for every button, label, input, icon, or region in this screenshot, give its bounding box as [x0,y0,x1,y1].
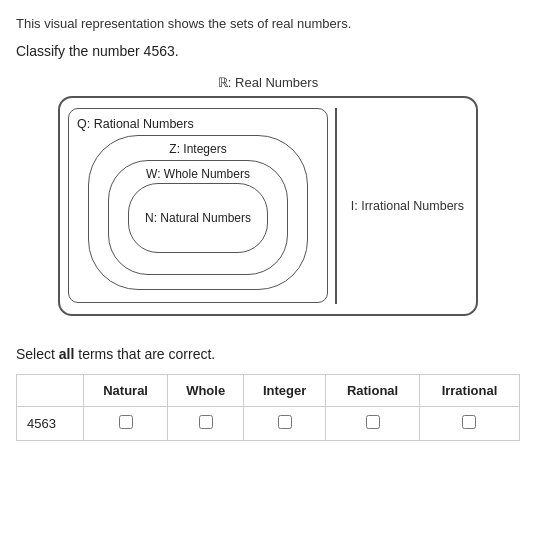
table-row: 4563 [17,407,520,441]
checkbox-whole[interactable] [199,415,213,429]
col-header-natural: Natural [83,375,167,407]
answer-table: Natural Whole Integer Rational Irrationa… [16,374,520,441]
integers-box: Z: Integers W: Whole Numbers N: Natural … [88,135,308,290]
checkbox-rational[interactable] [366,415,380,429]
cell-irrational [419,407,519,441]
cell-integer [244,407,326,441]
cell-natural [83,407,167,441]
venn-diagram: ℝ: Real Numbers Q: Rational Numbers Z: I… [16,75,520,316]
venn-divider [335,108,337,304]
col-header-whole: Whole [168,375,244,407]
classify-prompt: Classify the number 4563. [16,43,520,59]
checkbox-integer[interactable] [278,415,292,429]
select-bold: all [59,346,75,362]
table-header-row: Natural Whole Integer Rational Irrationa… [17,375,520,407]
checkbox-irrational[interactable] [462,415,476,429]
natural-box: N: Natural Numbers [128,183,268,253]
intro-text: This visual representation shows the set… [16,16,520,31]
row-label: 4563 [17,407,84,441]
rational-box: Q: Rational Numbers Z: Integers W: Whole… [68,108,328,303]
select-text-after: terms that are correct. [74,346,215,362]
col-header-integer: Integer [244,375,326,407]
real-numbers-label: ℝ: Real Numbers [218,75,318,90]
integers-label: Z: Integers [97,142,299,156]
select-instruction: Select all terms that are correct. [16,346,520,362]
cell-whole [168,407,244,441]
col-header-empty [17,375,84,407]
irrational-label: I: Irrational Numbers [351,199,464,213]
whole-label: W: Whole Numbers [117,167,279,181]
checkbox-natural[interactable] [119,415,133,429]
col-header-irrational: Irrational [419,375,519,407]
whole-box: W: Whole Numbers N: Natural Numbers [108,160,288,275]
select-text-before: Select [16,346,59,362]
cell-rational [326,407,420,441]
col-header-rational: Rational [326,375,420,407]
rational-label: Q: Rational Numbers [77,117,319,131]
natural-label: N: Natural Numbers [145,211,251,225]
venn-outer-box: Q: Rational Numbers Z: Integers W: Whole… [58,96,478,316]
